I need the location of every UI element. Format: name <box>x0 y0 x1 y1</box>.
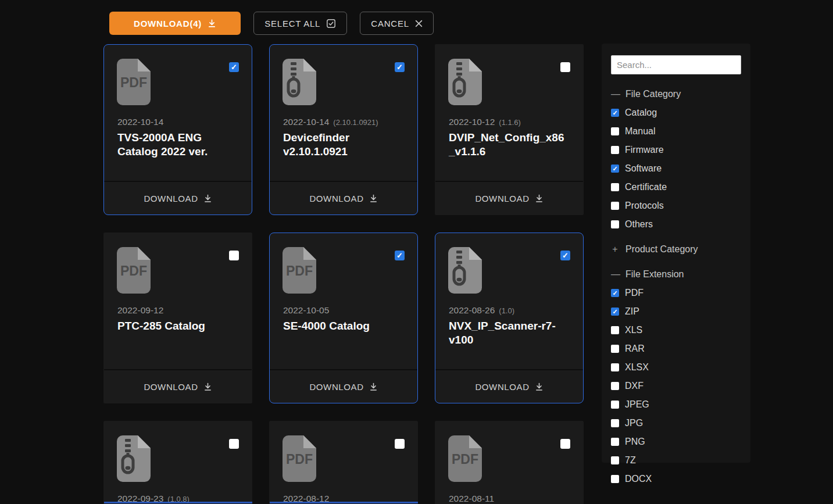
filter-option[interactable]: PDF <box>611 288 741 298</box>
file-date: 2022-08-11 <box>449 494 494 503</box>
card-checkbox[interactable] <box>560 62 570 72</box>
filter-label: ZIP <box>625 306 639 317</box>
zip-file-icon <box>283 59 316 105</box>
filter-option[interactable]: 7Z <box>611 455 741 466</box>
file-card[interactable]: PDF 2022-10-05 SE-4000 Catalog DOWNLOAD <box>269 233 418 403</box>
file-date: 2022-10-05 <box>283 305 329 315</box>
select-all-label: SELECT ALL <box>264 19 320 28</box>
filter-label: Certificate <box>625 182 667 192</box>
file-card[interactable]: PDF 2022-10-14 TVS-2000A ENG Catalog 202… <box>103 44 252 215</box>
card-checkbox[interactable] <box>560 251 570 260</box>
section-toggle-icon: + <box>611 244 619 255</box>
card-checkbox[interactable] <box>560 439 570 449</box>
file-card[interactable]: 2022-10-12(1.1.6) DVIP_Net_Config_x86_v1… <box>435 44 584 215</box>
filter-checkbox[interactable] <box>611 289 619 297</box>
filter-option[interactable]: Protocols <box>611 201 741 211</box>
filter-option[interactable]: DOCX <box>611 474 741 484</box>
filter-option[interactable]: DXF <box>611 381 741 391</box>
filter-checkbox[interactable] <box>611 345 619 353</box>
filter-checkbox[interactable] <box>611 401 619 409</box>
filter-label: XLS <box>625 325 642 335</box>
filter-option[interactable]: ZIP <box>611 306 741 317</box>
filter-section-header[interactable]: — File Category <box>611 89 741 99</box>
card-download-button[interactable]: DOWNLOAD <box>435 369 583 403</box>
card-download-button[interactable]: DOWNLOAD <box>270 181 417 215</box>
file-card[interactable]: 2022-10-14(2.10.1.0921) Devicefinder v2.… <box>269 44 418 215</box>
search-input[interactable] <box>611 55 741 74</box>
filter-section-header[interactable]: + Product Category <box>611 244 741 255</box>
filter-checkbox[interactable] <box>611 220 619 228</box>
filter-option[interactable]: Others <box>611 219 741 230</box>
filter-option[interactable]: Manual <box>611 126 741 137</box>
pdf-file-icon: PDF <box>117 59 151 105</box>
filter-checkbox[interactable] <box>611 202 619 210</box>
close-icon <box>415 20 423 27</box>
pdf-file-icon: PDF <box>283 247 316 294</box>
filter-label: Firmware <box>625 145 664 155</box>
card-download-button[interactable]: DOWNLOAD <box>104 369 252 403</box>
file-version: (2.10.1.0921) <box>333 118 378 127</box>
filter-option[interactable]: JPEG <box>611 399 741 410</box>
file-title: TVS-2000A ENG Catalog 2022 ver. <box>117 131 239 159</box>
file-card[interactable]: PDF 2022-08-12 DOWNLOAD <box>269 421 418 504</box>
card-checkbox[interactable] <box>395 439 405 449</box>
card-checkbox[interactable] <box>229 251 239 260</box>
card-checkbox[interactable] <box>395 62 405 72</box>
filter-checkbox[interactable] <box>611 326 619 334</box>
clipped-blue-line <box>104 502 252 503</box>
card-checkbox[interactable] <box>229 62 239 72</box>
download-icon <box>203 194 212 203</box>
card-checkbox[interactable] <box>229 439 239 449</box>
card-download-label: DOWNLOAD <box>144 382 198 392</box>
file-title: PTC-285 Catalog <box>117 319 239 333</box>
filter-label: PNG <box>625 437 645 447</box>
file-card[interactable]: 2022-08-26(1.0) NVX_IP_Scanner-r7-v100 D… <box>435 233 584 403</box>
cancel-button[interactable]: CANCEL <box>360 12 434 35</box>
filter-checkbox[interactable] <box>611 183 619 191</box>
filter-section-header[interactable]: — File Extension <box>611 269 741 280</box>
file-card[interactable]: PDF 2022-08-11 DOWNLOAD <box>435 421 584 504</box>
filter-option[interactable]: PNG <box>611 437 741 447</box>
file-date: 2022-09-12 <box>117 305 163 315</box>
file-card-grid: PDF 2022-10-14 TVS-2000A ENG Catalog 202… <box>103 44 584 504</box>
file-card[interactable]: 2022-09-23(1.0.8) DOWNLOAD <box>103 421 252 504</box>
download-icon <box>369 383 378 391</box>
filter-checkbox[interactable] <box>611 438 619 446</box>
download-selected-button[interactable]: DOWNLOAD(4) <box>109 12 241 35</box>
filter-checkbox[interactable] <box>611 475 619 483</box>
filter-option[interactable]: JPG <box>611 418 741 428</box>
section-toggle-icon: — <box>611 89 619 99</box>
filter-checkbox[interactable] <box>611 146 619 154</box>
zip-file-icon <box>448 247 482 294</box>
card-download-button[interactable]: DOWNLOAD <box>104 181 252 215</box>
filter-option[interactable]: XLSX <box>611 362 741 373</box>
card-checkbox[interactable] <box>395 251 405 260</box>
filter-checkbox[interactable] <box>611 109 619 117</box>
download-icon <box>369 194 378 203</box>
svg-text:PDF: PDF <box>120 263 147 278</box>
filter-label: RAR <box>625 344 645 354</box>
filter-option[interactable]: Software <box>611 163 741 174</box>
file-meta: 2022-09-12 <box>117 305 240 316</box>
download-icon <box>203 383 212 391</box>
svg-text:PDF: PDF <box>286 263 313 278</box>
filter-checkbox[interactable] <box>611 165 619 173</box>
filter-checkbox[interactable] <box>611 363 619 371</box>
filter-option[interactable]: XLS <box>611 325 741 335</box>
card-download-button[interactable]: DOWNLOAD <box>435 181 583 215</box>
pdf-file-icon: PDF <box>448 435 482 482</box>
file-card[interactable]: PDF 2022-09-12 PTC-285 Catalog DOWNLOAD <box>103 233 252 403</box>
filter-option[interactable]: Firmware <box>611 145 741 155</box>
filter-option[interactable]: Certificate <box>611 182 741 192</box>
select-all-button[interactable]: SELECT ALL <box>253 12 347 35</box>
filter-option[interactable]: Catalog <box>611 108 741 118</box>
filter-checkbox[interactable] <box>611 127 619 135</box>
filter-checkbox[interactable] <box>611 308 619 316</box>
filter-option[interactable]: RAR <box>611 344 741 354</box>
filter-checkbox[interactable] <box>611 382 619 390</box>
filter-checkbox[interactable] <box>611 419 619 427</box>
card-download-label: DOWNLOAD <box>475 382 529 392</box>
filter-section-title: File Extension <box>625 269 684 280</box>
filter-checkbox[interactable] <box>611 456 619 464</box>
card-download-button[interactable]: DOWNLOAD <box>270 369 417 403</box>
